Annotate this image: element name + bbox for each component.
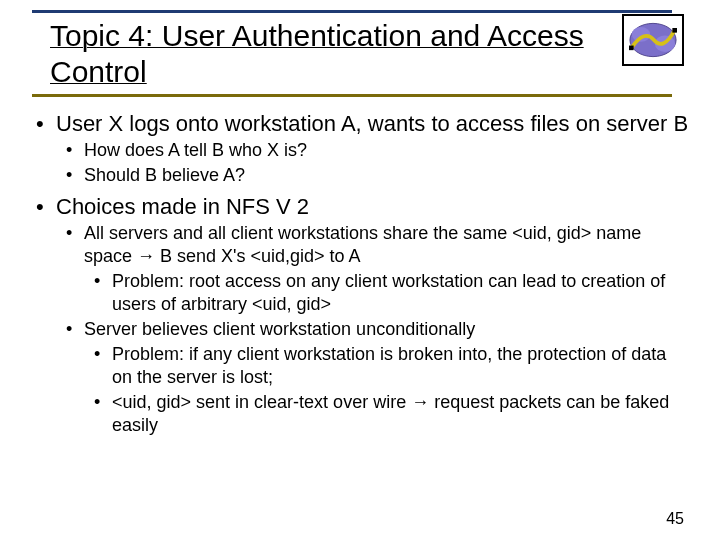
bullet-item: How does A tell B who X is? — [56, 139, 690, 162]
bullet-text: Server believes client workstation uncon… — [84, 319, 475, 339]
bullet-text: User X logs onto workstation A, wants to… — [56, 111, 688, 136]
slide-header: Topic 4: User Authentication and Access … — [0, 0, 720, 90]
bullet-item: Should B believe A? — [56, 164, 690, 187]
slide-body: User X logs onto workstation A, wants to… — [0, 90, 720, 437]
header-rule-bottom — [32, 94, 672, 97]
svg-rect-3 — [629, 46, 634, 51]
bullet-text: <uid, gid> sent in clear-text over wire … — [112, 392, 669, 435]
bullet-item: User X logs onto workstation A, wants to… — [30, 110, 690, 187]
bullet-item: Server believes client workstation uncon… — [56, 318, 690, 437]
bullet-text: Problem: if any client workstation is br… — [112, 344, 666, 387]
bullet-text: All servers and all client workstations … — [84, 223, 641, 266]
bullet-item: Choices made in NFS V 2 All servers and … — [30, 193, 690, 437]
bullet-text: How does A tell B who X is? — [84, 140, 307, 160]
slide-logo-icon — [622, 14, 684, 66]
bullet-item: Problem: if any client workstation is br… — [84, 343, 690, 389]
title-container: Topic 4: User Authentication and Access … — [46, 18, 594, 90]
bullet-item: All servers and all client workstations … — [56, 222, 690, 316]
bullet-item: Problem: root access on any client works… — [84, 270, 690, 316]
bullet-text: Choices made in NFS V 2 — [56, 194, 309, 219]
svg-rect-4 — [672, 28, 677, 33]
bullet-text: Should B believe A? — [84, 165, 245, 185]
slide-title: Topic 4: User Authentication and Access … — [50, 18, 590, 90]
bullet-item: <uid, gid> sent in clear-text over wire … — [84, 391, 690, 437]
page-number: 45 — [666, 510, 684, 528]
bullet-text: Problem: root access on any client works… — [112, 271, 665, 314]
header-rule-top — [32, 10, 672, 13]
